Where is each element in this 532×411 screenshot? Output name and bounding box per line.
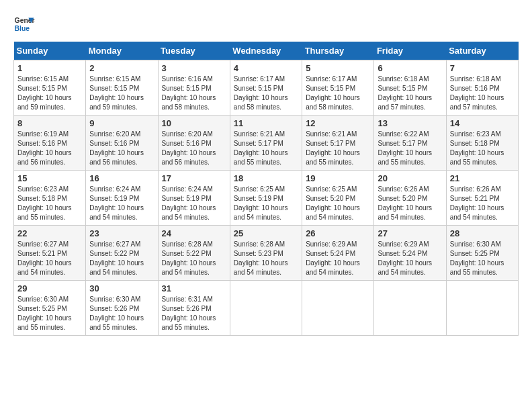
day-info: Sunrise: 6:30 AMSunset: 5:25 PMDaylight:… (17, 295, 72, 331)
day-cell: 28 Sunrise: 6:30 AMSunset: 5:25 PMDaylig… (446, 226, 518, 281)
day-info: Sunrise: 6:15 AMSunset: 5:15 PMDaylight:… (89, 75, 144, 111)
day-number: 20 (378, 173, 442, 183)
day-number: 2 (89, 63, 154, 73)
day-number: 4 (234, 63, 298, 73)
day-number: 28 (450, 228, 515, 238)
day-cell: 23 Sunrise: 6:27 AMSunset: 5:22 PMDaylig… (86, 226, 158, 281)
day-number: 9 (89, 118, 154, 128)
day-cell: 8 Sunrise: 6:19 AMSunset: 5:16 PMDayligh… (14, 116, 86, 171)
day-number: 8 (17, 118, 82, 128)
day-info: Sunrise: 6:17 AMSunset: 5:15 PMDaylight:… (234, 75, 288, 111)
day-number: 5 (306, 63, 370, 73)
day-cell: 27 Sunrise: 6:29 AMSunset: 5:24 PMDaylig… (374, 226, 446, 281)
day-cell: 14 Sunrise: 6:23 AMSunset: 5:18 PMDaylig… (446, 116, 518, 171)
day-cell: 11 Sunrise: 6:21 AMSunset: 5:17 PMDaylig… (230, 116, 302, 171)
day-number: 12 (306, 118, 370, 128)
day-info: Sunrise: 6:16 AMSunset: 5:15 PMDaylight:… (162, 75, 216, 111)
logo-icon: General Blue (13, 13, 35, 35)
day-info: Sunrise: 6:17 AMSunset: 5:15 PMDaylight:… (306, 75, 360, 111)
day-info: Sunrise: 6:18 AMSunset: 5:15 PMDaylight:… (378, 75, 432, 111)
day-info: Sunrise: 6:23 AMSunset: 5:18 PMDaylight:… (17, 185, 72, 221)
day-cell: 10 Sunrise: 6:20 AMSunset: 5:16 PMDaylig… (158, 116, 230, 171)
day-cell: 18 Sunrise: 6:25 AMSunset: 5:19 PMDaylig… (230, 171, 302, 226)
calendar-week-row: 29 Sunrise: 6:30 AMSunset: 5:25 PMDaylig… (14, 281, 519, 336)
day-info: Sunrise: 6:28 AMSunset: 5:23 PMDaylight:… (234, 240, 288, 276)
calendar-week-row: 8 Sunrise: 6:19 AMSunset: 5:16 PMDayligh… (14, 116, 519, 171)
day-info: Sunrise: 6:31 AMSunset: 5:26 PMDaylight:… (162, 295, 216, 331)
weekday-header: Friday (374, 42, 446, 60)
day-number: 26 (306, 228, 370, 238)
empty-day-cell (446, 281, 518, 336)
day-info: Sunrise: 6:20 AMSunset: 5:16 PMDaylight:… (162, 130, 216, 166)
day-info: Sunrise: 6:30 AMSunset: 5:25 PMDaylight:… (450, 240, 504, 276)
day-cell: 24 Sunrise: 6:28 AMSunset: 5:22 PMDaylig… (158, 226, 230, 281)
day-number: 22 (17, 228, 82, 238)
day-cell: 31 Sunrise: 6:31 AMSunset: 5:26 PMDaylig… (158, 281, 230, 336)
day-info: Sunrise: 6:26 AMSunset: 5:21 PMDaylight:… (450, 185, 504, 221)
day-info: Sunrise: 6:26 AMSunset: 5:20 PMDaylight:… (378, 185, 432, 221)
day-info: Sunrise: 6:30 AMSunset: 5:26 PMDaylight:… (89, 295, 144, 331)
day-number: 30 (89, 283, 154, 293)
day-info: Sunrise: 6:22 AMSunset: 5:17 PMDaylight:… (378, 130, 432, 166)
day-cell: 17 Sunrise: 6:24 AMSunset: 5:19 PMDaylig… (158, 171, 230, 226)
day-cell: 20 Sunrise: 6:26 AMSunset: 5:20 PMDaylig… (374, 171, 446, 226)
day-number: 17 (162, 173, 226, 183)
weekday-header: Thursday (302, 42, 374, 60)
day-info: Sunrise: 6:21 AMSunset: 5:17 PMDaylight:… (306, 130, 360, 166)
day-number: 6 (378, 63, 442, 73)
calendar-week-row: 22 Sunrise: 6:27 AMSunset: 5:21 PMDaylig… (14, 226, 519, 281)
day-cell: 2 Sunrise: 6:15 AMSunset: 5:15 PMDayligh… (86, 60, 158, 116)
day-number: 24 (162, 228, 226, 238)
day-info: Sunrise: 6:24 AMSunset: 5:19 PMDaylight:… (89, 185, 144, 221)
day-number: 25 (234, 228, 298, 238)
day-cell: 15 Sunrise: 6:23 AMSunset: 5:18 PMDaylig… (14, 171, 86, 226)
day-number: 11 (234, 118, 298, 128)
day-cell: 5 Sunrise: 6:17 AMSunset: 5:15 PMDayligh… (302, 60, 374, 116)
day-cell: 3 Sunrise: 6:16 AMSunset: 5:15 PMDayligh… (158, 60, 230, 116)
day-number: 14 (450, 118, 515, 128)
day-cell: 25 Sunrise: 6:28 AMSunset: 5:23 PMDaylig… (230, 226, 302, 281)
day-cell: 13 Sunrise: 6:22 AMSunset: 5:17 PMDaylig… (374, 116, 446, 171)
day-info: Sunrise: 6:25 AMSunset: 5:20 PMDaylight:… (306, 185, 360, 221)
day-cell: 16 Sunrise: 6:24 AMSunset: 5:19 PMDaylig… (86, 171, 158, 226)
day-number: 7 (450, 63, 515, 73)
day-cell: 12 Sunrise: 6:21 AMSunset: 5:17 PMDaylig… (302, 116, 374, 171)
day-info: Sunrise: 6:25 AMSunset: 5:19 PMDaylight:… (234, 185, 288, 221)
weekday-header: Monday (86, 42, 158, 60)
day-info: Sunrise: 6:27 AMSunset: 5:21 PMDaylight:… (17, 240, 72, 276)
day-number: 18 (234, 173, 298, 183)
day-cell: 21 Sunrise: 6:26 AMSunset: 5:21 PMDaylig… (446, 171, 518, 226)
day-info: Sunrise: 6:29 AMSunset: 5:24 PMDaylight:… (378, 240, 432, 276)
day-cell: 1 Sunrise: 6:15 AMSunset: 5:15 PMDayligh… (14, 60, 86, 116)
empty-day-cell (230, 281, 302, 336)
calendar-table: SundayMondayTuesdayWednesdayThursdayFrid… (13, 42, 519, 336)
day-number: 23 (89, 228, 154, 238)
day-cell: 6 Sunrise: 6:18 AMSunset: 5:15 PMDayligh… (374, 60, 446, 116)
day-cell: 9 Sunrise: 6:20 AMSunset: 5:16 PMDayligh… (86, 116, 158, 171)
page-header: General Blue (13, 13, 519, 35)
day-number: 16 (89, 173, 154, 183)
weekday-header: Sunday (14, 42, 86, 60)
day-info: Sunrise: 6:19 AMSunset: 5:16 PMDaylight:… (17, 130, 72, 166)
weekday-header: Wednesday (230, 42, 302, 60)
day-number: 1 (17, 63, 82, 73)
day-info: Sunrise: 6:18 AMSunset: 5:16 PMDaylight:… (450, 75, 504, 111)
day-number: 31 (162, 283, 226, 293)
calendar-week-row: 15 Sunrise: 6:23 AMSunset: 5:18 PMDaylig… (14, 171, 519, 226)
day-number: 15 (17, 173, 82, 183)
empty-day-cell (302, 281, 374, 336)
day-info: Sunrise: 6:23 AMSunset: 5:18 PMDaylight:… (450, 130, 504, 166)
weekday-header: Tuesday (158, 42, 230, 60)
day-number: 29 (17, 283, 82, 293)
logo: General Blue (13, 13, 35, 35)
empty-day-cell (374, 281, 446, 336)
day-cell: 19 Sunrise: 6:25 AMSunset: 5:20 PMDaylig… (302, 171, 374, 226)
weekday-header-row: SundayMondayTuesdayWednesdayThursdayFrid… (14, 42, 519, 60)
day-info: Sunrise: 6:20 AMSunset: 5:16 PMDaylight:… (89, 130, 144, 166)
svg-text:Blue: Blue (15, 25, 30, 32)
day-number: 27 (378, 228, 442, 238)
day-cell: 4 Sunrise: 6:17 AMSunset: 5:15 PMDayligh… (230, 60, 302, 116)
day-info: Sunrise: 6:21 AMSunset: 5:17 PMDaylight:… (234, 130, 288, 166)
day-info: Sunrise: 6:27 AMSunset: 5:22 PMDaylight:… (89, 240, 144, 276)
day-info: Sunrise: 6:29 AMSunset: 5:24 PMDaylight:… (306, 240, 360, 276)
